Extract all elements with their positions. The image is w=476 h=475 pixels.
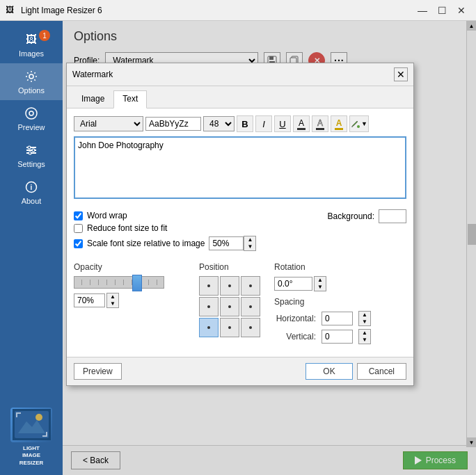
reduce-font-checkbox[interactable]	[74, 224, 83, 233]
horiz-spin-up[interactable]: ▲	[359, 312, 370, 319]
reduce-font-row: Reduce font size to fit	[74, 223, 256, 233]
sidebar-item-about[interactable]: i About	[0, 174, 63, 211]
watermark-text-input[interactable]: John Doe Photography	[74, 136, 406, 199]
paint-bucket-button[interactable]: ▼	[349, 115, 369, 132]
dialog-footer: Preview OK Cancel	[67, 357, 413, 385]
bold-button[interactable]: B	[237, 115, 253, 132]
sidebar-item-images-label: Images	[19, 49, 44, 58]
pos-mid-center[interactable]	[220, 297, 239, 316]
horiz-spin-down[interactable]: ▼	[359, 319, 370, 325]
rotation-input[interactable]	[274, 277, 312, 291]
sidebar-item-options[interactable]: Options	[0, 63, 63, 100]
about-icon: i	[24, 179, 39, 195]
tab-text[interactable]: Text	[113, 90, 147, 108]
pos-top-right[interactable]	[241, 276, 260, 296]
pos-dot	[228, 326, 231, 329]
pos-bot-left[interactable]	[199, 318, 219, 337]
sidebar-item-preview-label: Preview	[17, 123, 45, 131]
font-color-yellow-button[interactable]: A	[331, 115, 347, 132]
slider-dots	[74, 277, 164, 288]
spacing-label: Spacing	[274, 297, 371, 307]
title-bar: 🖼 Light Image Resizer 6 — ☐ ✕	[0, 0, 476, 21]
dialog-cancel-button[interactable]: Cancel	[357, 363, 406, 380]
pos-dot	[228, 305, 231, 308]
sidebar-item-preview[interactable]: Preview	[0, 100, 63, 137]
horizontal-spacing-label: Horizontal:	[274, 314, 316, 323]
slider-dot	[115, 280, 116, 285]
scale-font-label: Scale font size relative to image	[87, 239, 205, 248]
scale-spin-up[interactable]: ▲	[244, 236, 255, 243]
sidebar-item-settings-label: Settings	[17, 160, 45, 168]
background-label: Background:	[328, 211, 374, 221]
scale-input-wrap: ▲ ▼	[209, 236, 256, 251]
dialog-ok-button[interactable]: OK	[306, 363, 352, 380]
opacity-slider-thumb[interactable]	[132, 275, 142, 291]
maximize-button[interactable]: ☐	[433, 3, 451, 17]
underline-button[interactable]: U	[274, 115, 291, 132]
close-button[interactable]: ✕	[452, 3, 470, 17]
vertical-spacing-input[interactable]	[322, 330, 353, 344]
font-color-button[interactable]: A	[293, 115, 310, 132]
opacity-input[interactable]	[74, 293, 105, 307]
pos-top-left[interactable]	[199, 276, 219, 296]
horizontal-spacing-input[interactable]	[322, 312, 353, 325]
slider-dot	[98, 280, 99, 285]
vert-spin-up[interactable]: ▲	[359, 330, 370, 337]
pos-top-center[interactable]	[220, 276, 239, 296]
background-color-box[interactable]	[379, 209, 406, 223]
svg-text:i: i	[31, 184, 33, 191]
minimize-button[interactable]: —	[413, 3, 431, 17]
main-layout: 🖼 Images 1 Options Preview	[0, 21, 476, 475]
word-wrap-checkbox[interactable]	[74, 211, 83, 220]
spacing-section: Spacing Horizontal: ▲ ▼	[274, 297, 371, 344]
italic-button[interactable]: I	[255, 115, 272, 132]
pos-mid-left[interactable]	[199, 297, 219, 316]
sidebar-item-settings[interactable]: Settings	[0, 137, 63, 174]
word-wrap-row: Word wrap	[74, 211, 256, 220]
position-label: Position	[199, 262, 260, 272]
opacity-slider-track[interactable]	[74, 276, 164, 289]
rotation-input-row: ▲ ▼	[274, 276, 371, 291]
svg-point-2	[29, 111, 33, 115]
dialog-close-button[interactable]: ✕	[394, 67, 408, 81]
scale-font-checkbox[interactable]	[74, 239, 83, 248]
rotation-spin-up[interactable]: ▲	[315, 277, 326, 284]
vert-spin-down[interactable]: ▼	[359, 337, 370, 344]
slider-dot	[106, 280, 107, 285]
opacity-spin-up[interactable]: ▲	[107, 293, 118, 300]
sidebar-item-images[interactable]: 🖼 Images 1	[0, 26, 63, 63]
opacity-section: Opacity	[74, 262, 185, 347]
dialog-title-bar: Watermark ✕	[67, 63, 413, 86]
app-title: Light Image Resizer 6	[21, 6, 413, 15]
svg-point-7	[32, 149, 35, 152]
scale-spin-down[interactable]: ▼	[244, 243, 255, 250]
opacity-spin-down[interactable]: ▼	[107, 300, 118, 307]
sidebar-item-options-label: Options	[18, 86, 45, 95]
rotation-spin-down[interactable]: ▼	[315, 284, 326, 291]
dialog-action-buttons: OK Cancel	[306, 363, 406, 380]
vertical-spacing-row: Vertical: ▲ ▼	[274, 329, 371, 344]
pos-bot-center[interactable]	[220, 318, 239, 337]
dialog-overlay: Watermark ✕ Image Text Arial	[63, 21, 476, 475]
sidebar-item-about-label: About	[22, 197, 42, 205]
dialog-preview-button[interactable]: Preview	[74, 363, 122, 380]
svg-point-8	[29, 152, 31, 154]
pos-dot	[207, 326, 210, 329]
rotation-label: Rotation	[274, 262, 371, 272]
pos-dot	[207, 305, 210, 308]
font-size-select[interactable]: 48 1214182436	[203, 116, 235, 131]
slider-dot	[157, 280, 157, 285]
scale-font-input[interactable]	[209, 236, 244, 250]
settings-icon	[24, 143, 39, 158]
pos-dot	[207, 284, 210, 287]
svg-point-0	[29, 74, 33, 79]
pos-mid-right[interactable]	[241, 297, 260, 316]
svg-point-20	[357, 125, 360, 128]
tab-image[interactable]: Image	[72, 90, 113, 108]
slider-dot	[123, 280, 124, 285]
font-family-select[interactable]: Arial	[74, 116, 143, 131]
font-color-outline-button[interactable]: A	[312, 115, 328, 132]
sidebar-logo: LIGHT IMAGE RESIZER	[6, 399, 56, 475]
svg-point-1	[26, 108, 37, 119]
pos-bot-right[interactable]	[241, 318, 260, 337]
